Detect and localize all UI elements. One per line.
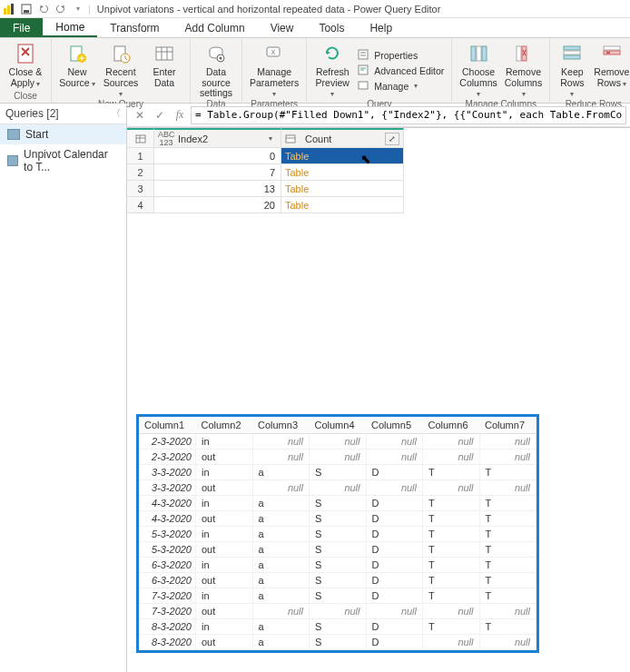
preview-column-header[interactable]: Column6 — [423, 417, 480, 434]
redo-icon[interactable] — [54, 2, 68, 16]
formula-input[interactable] — [191, 106, 626, 124]
preview-cell: D — [366, 511, 423, 527]
preview-row[interactable]: 6-3-2020inaSDTT — [139, 558, 536, 573]
cell-count[interactable]: Table⬉ — [281, 148, 404, 164]
svg-rect-5 — [18, 44, 33, 63]
properties-button[interactable]: Properties — [356, 48, 446, 63]
cell-index2[interactable]: 0 — [154, 148, 281, 164]
qat-dropdown-icon[interactable]: ▾ — [71, 2, 85, 16]
preview-row[interactable]: 6-3-2020outaSDTT — [139, 573, 536, 588]
table-row[interactable]: 420Table — [127, 197, 630, 213]
cell-count[interactable]: Table — [281, 181, 404, 197]
data-grid: ABC 123 Index2 ▾ Count ⤢ 10Table⬉27Table… — [127, 127, 630, 213]
preview-cell: 8-3-2020 — [139, 635, 196, 650]
new-source-button[interactable]: New Source — [57, 40, 97, 99]
refresh-icon — [320, 42, 344, 65]
preview-column-header[interactable]: Column1 — [139, 417, 196, 434]
preview-cell: in — [196, 588, 253, 604]
formula-commit-icon[interactable]: ✓ — [151, 106, 169, 124]
table-row[interactable]: 10Table⬉ — [127, 148, 630, 164]
column-header-count[interactable]: Count ⤢ — [281, 128, 404, 148]
preview-row[interactable]: 2-3-2020innullnullnullnullnull — [139, 434, 536, 450]
advanced-editor-button[interactable]: Advanced Editor — [356, 64, 446, 78]
row-number[interactable]: 4 — [127, 197, 154, 213]
cell-count[interactable]: Table — [281, 197, 404, 213]
preview-row[interactable]: 5-3-2020inaSDTT — [139, 527, 536, 542]
undo-icon[interactable] — [36, 2, 51, 16]
grid-corner[interactable] — [127, 128, 154, 148]
column-header-index2[interactable]: ABC 123 Index2 ▾ — [154, 128, 281, 148]
table-row[interactable]: 313Table — [127, 181, 630, 197]
close-apply-button[interactable]: Close & Apply — [5, 40, 45, 88]
fx-icon[interactable]: fx — [171, 106, 189, 124]
tab-help[interactable]: Help — [357, 18, 405, 37]
svg-rect-43 — [286, 135, 295, 143]
table-link[interactable]: Table — [285, 151, 309, 162]
svg-rect-19 — [359, 50, 368, 59]
cell-index2[interactable]: 7 — [154, 164, 281, 181]
keep-rows-button[interactable]: Keep Rows — [556, 40, 588, 99]
cell-count[interactable]: Table — [281, 164, 404, 181]
row-number[interactable]: 3 — [127, 181, 154, 197]
preview-row[interactable]: 7-3-2020inaSDTT — [139, 588, 536, 604]
row-number[interactable]: 1 — [127, 148, 154, 164]
manage-parameters-button[interactable]: x Manage Parameters — [248, 40, 300, 99]
query-item-start[interactable]: Start — [0, 124, 126, 144]
table-link[interactable]: Table — [285, 183, 309, 194]
preview-row[interactable]: 8-3-2020inaSDTT — [139, 619, 536, 635]
preview-cell: S — [310, 465, 367, 480]
preview-cell: out — [196, 542, 253, 558]
cell-index2[interactable]: 20 — [154, 197, 281, 213]
preview-column-header[interactable]: Column5 — [366, 417, 423, 434]
tab-view[interactable]: View — [258, 18, 307, 37]
preview-cell: 4-3-2020 — [139, 511, 196, 527]
table-row[interactable]: 27Table — [127, 164, 630, 181]
preview-cell: in — [196, 527, 253, 542]
tab-transform[interactable]: Transform — [97, 18, 172, 37]
column-header-label: Index2 — [178, 133, 264, 144]
group-label-close: Close — [14, 91, 37, 103]
enter-data-button[interactable]: Enter Data — [144, 40, 184, 99]
tab-home[interactable]: Home — [43, 18, 97, 37]
preview-column-header[interactable]: Column3 — [252, 417, 310, 434]
query-item-unpivot[interactable]: Unpivot Calendar to T... — [0, 144, 126, 177]
preview-row[interactable]: 4-3-2020outaSDTT — [139, 511, 536, 527]
refresh-preview-button[interactable]: Refresh Preview — [312, 40, 352, 99]
preview-cell: null — [479, 604, 536, 619]
recent-sources-button[interactable]: Recent Sources — [101, 40, 141, 99]
tab-tools[interactable]: Tools — [306, 18, 357, 37]
preview-cell: T — [423, 496, 480, 511]
preview-row[interactable]: 8-3-2020outaSDnullnull — [139, 635, 536, 650]
preview-row[interactable]: 2-3-2020outnullnullnullnullnull — [139, 450, 536, 465]
preview-column-header[interactable]: Column2 — [196, 417, 253, 434]
table-link[interactable]: Table — [285, 167, 309, 178]
type-table-icon — [285, 133, 301, 144]
type-any-icon: ABC 123 — [158, 131, 174, 145]
cell-index2[interactable]: 13 — [154, 181, 281, 197]
formula-cancel-icon[interactable]: ✕ — [131, 106, 149, 124]
preview-cell: null — [479, 434, 536, 450]
tab-file[interactable]: File — [0, 18, 43, 37]
manage-button[interactable]: Manage▾ — [356, 79, 446, 94]
preview-cell: null — [423, 480, 480, 496]
choose-columns-button[interactable]: Choose Columns — [458, 40, 498, 99]
expand-column-icon[interactable]: ⤢ — [385, 133, 399, 145]
row-number[interactable]: 2 — [127, 164, 154, 181]
preview-row[interactable]: 3-3-2020inaSDTT — [139, 465, 536, 480]
column-filter-dropdown-icon[interactable]: ▾ — [264, 134, 277, 143]
preview-row[interactable]: 4-3-2020inaSDTT — [139, 496, 536, 511]
preview-column-header[interactable]: Column4 — [310, 417, 367, 434]
preview-row[interactable]: 7-3-2020outnullnullnullnullnull — [139, 604, 536, 619]
ribbon-group-datasources: Data source settings Data Sources — [191, 38, 242, 103]
collapse-queries-icon[interactable]: 〈 — [112, 107, 121, 120]
data-source-settings-button[interactable]: Data source settings — [196, 40, 236, 99]
save-icon[interactable] — [19, 2, 34, 16]
preview-row[interactable]: 5-3-2020outaSDTT — [139, 542, 536, 558]
remove-columns-button[interactable]: Remove Columns — [503, 40, 544, 99]
remove-rows-button[interactable]: Remove Rows — [592, 40, 630, 99]
preview-cell: null — [423, 635, 480, 650]
preview-row[interactable]: 3-3-2020outnullnullnullnullnull — [139, 480, 536, 496]
tab-add-column[interactable]: Add Column — [172, 18, 258, 37]
preview-column-header[interactable]: Column7 — [479, 417, 536, 434]
table-link[interactable]: Table — [285, 200, 309, 211]
